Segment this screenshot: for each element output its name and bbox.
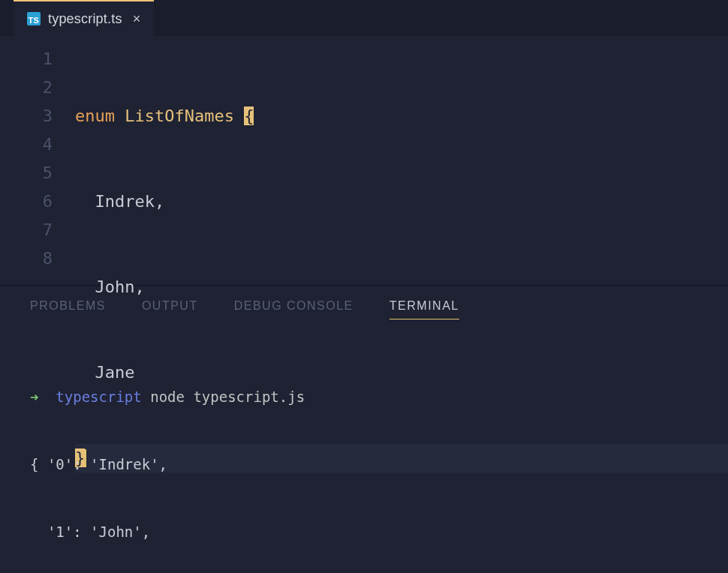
code-line: John, <box>75 273 728 302</box>
terminal-command: node typescript.js <box>150 388 305 405</box>
keyword-enum: enum <box>75 106 115 125</box>
type-name: ListOfNames <box>125 106 234 125</box>
line-number: 3 <box>0 102 53 130</box>
typescript-file-icon: TS <box>27 12 41 26</box>
tab-problems[interactable]: PROBLEMS <box>30 299 106 320</box>
line-number: 1 <box>0 45 53 74</box>
close-icon[interactable]: × <box>133 11 141 27</box>
line-number-gutter: 1 2 3 4 5 6 7 8 <box>0 45 75 285</box>
line-number: 7 <box>0 216 53 244</box>
code-line <box>75 530 728 558</box>
code-content[interactable]: enum ListOfNames { Indrek, John, Jane } … <box>75 45 728 285</box>
tab-output[interactable]: OUTPUT <box>142 299 198 320</box>
line-number: 6 <box>0 188 53 216</box>
file-tab[interactable]: TS typescript.ts × <box>14 0 154 36</box>
line-number: 2 <box>0 74 53 102</box>
line-number: 8 <box>0 244 53 273</box>
enum-member: Jane <box>95 363 135 382</box>
tab-terminal[interactable]: TERMINAL <box>390 299 459 320</box>
enum-member: John, <box>95 278 145 296</box>
code-editor[interactable]: 1 2 3 4 5 6 7 8 enum ListOfNames { Indre… <box>0 36 728 285</box>
brace-open: { <box>244 106 254 125</box>
tab-debug-console[interactable]: DEBUG CONSOLE <box>234 299 353 320</box>
code-line: Jane <box>75 358 728 387</box>
enum-member: Indrek, <box>95 192 165 211</box>
prompt-arrow-icon: ➜ <box>30 388 38 405</box>
line-number: 4 <box>0 130 53 159</box>
tab-bar: TS typescript.ts × <box>0 0 728 36</box>
code-line: enum ListOfNames { <box>75 102 728 130</box>
line-number: 5 <box>0 159 53 188</box>
tab-filename: typescript.ts <box>48 11 122 27</box>
code-line-current: } <box>75 444 728 472</box>
code-line: Indrek, <box>75 188 728 216</box>
prompt-dir: typescript <box>56 388 141 405</box>
